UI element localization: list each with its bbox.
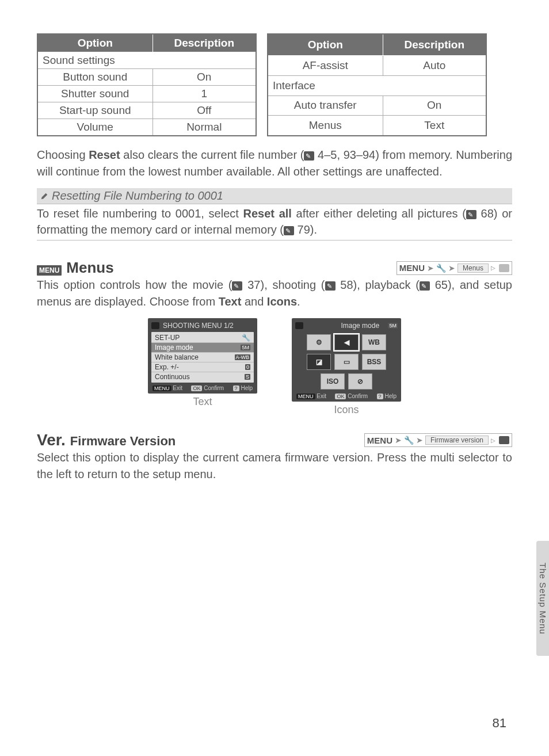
menu-style-examples: SHOOTING MENU 1/2 SET-UP🔧 Image mode5M W… <box>37 318 512 416</box>
icon-cell: ▭ <box>334 354 359 370</box>
tag: S <box>245 374 250 380</box>
triangle-icon: ▷ <box>491 265 495 271</box>
text: 58), playback ( <box>336 278 420 291</box>
row-value: Auto <box>383 56 486 76</box>
text: 79). <box>294 223 317 236</box>
tag: A-WB <box>235 354 251 360</box>
text: . <box>297 295 300 308</box>
help-pill: ? <box>377 394 383 399</box>
row-value: Normal <box>152 119 256 136</box>
note-body: To reset file numbering to 0001, select … <box>37 204 512 240</box>
page-ref-icon <box>420 281 430 291</box>
foot-exit: Exit <box>173 385 182 391</box>
row-value: 1 <box>152 86 256 102</box>
ok-pill: OK <box>191 385 202 391</box>
help-pill: ? <box>233 385 239 391</box>
settings-tables: Option Description Sound settings Button… <box>37 33 512 136</box>
row-value: On <box>152 69 256 86</box>
firmware-breadcrumb: MENU ➤ 🔧 ➤ Firmware version ▷ <box>364 433 512 447</box>
page-ref-icon <box>466 210 476 219</box>
col-description: Description <box>383 34 486 56</box>
tag: 0 <box>245 364 250 370</box>
icons-bold: Icons <box>267 295 297 308</box>
row-label: Auto transfer <box>268 96 383 116</box>
interface-table: Option Description AF-assistAuto Interfa… <box>267 33 487 136</box>
reset-all-bold: Reset all <box>243 207 292 220</box>
row-label: AF-assist <box>268 56 383 76</box>
text: 37), shooting ( <box>242 278 325 291</box>
tag: 5M <box>388 323 398 329</box>
arrow-icon: ➤ <box>448 264 455 273</box>
pencil-icon <box>40 192 48 200</box>
menus-paragraph: This option controls how the movie ( 37)… <box>37 277 512 310</box>
menus-breadcrumb: MENU ➤ 🔧 ➤ Menus ▷ <box>396 261 512 275</box>
reset-paragraph: Choosing Reset also clears the current f… <box>37 147 512 180</box>
note-title: Resetting File Numbering to 0001 <box>37 188 512 204</box>
foot-help: Help <box>241 385 253 391</box>
page-number: 81 <box>493 716 506 731</box>
foot-confirm: Confirm <box>348 393 368 399</box>
crumb-menu: MENU <box>367 436 392 445</box>
wrench-icon: 🔧 <box>242 334 250 342</box>
sound-settings-table: Option Description Sound settings Button… <box>37 33 257 136</box>
menu-item: SET-UP <box>155 334 180 342</box>
row-value: On <box>383 96 486 116</box>
text: after either deleting all pictures ( <box>292 207 466 220</box>
page-ref-icon <box>304 151 314 161</box>
text: and <box>241 295 266 308</box>
menu-item: Continuous <box>155 373 190 381</box>
foot-help: Help <box>384 393 396 399</box>
row-value: Text <box>383 116 486 136</box>
row-value: Off <box>152 102 256 119</box>
crumb-label: Firmware version <box>425 436 489 445</box>
section-interface: Interface <box>268 75 486 96</box>
text: also clears the current file number ( <box>120 148 304 161</box>
crumb-menu: MENU <box>399 263 425 273</box>
menu-end-icon <box>499 264 509 272</box>
icon-cell: ⊘ <box>348 373 372 390</box>
reset-bold: Reset <box>89 148 120 161</box>
firmware-heading: Ver. Firmware Version MENU ➤ 🔧 ➤ Firmwar… <box>37 431 512 449</box>
col-option: Option <box>268 34 383 56</box>
ver-label: Ver. <box>37 431 66 449</box>
camera-icon <box>151 322 159 329</box>
foot-exit: Exit <box>317 393 326 399</box>
menu-badge-icon: MENU <box>37 265 62 276</box>
row-label: Shutter sound <box>37 86 152 102</box>
icon-cell: ⚙ <box>307 334 331 350</box>
col-option: Option <box>37 34 152 52</box>
menu-pill: MENU <box>296 394 315 399</box>
menus-title: Menus <box>66 259 113 277</box>
wrench-icon: 🔧 <box>436 264 446 273</box>
page-ref-icon <box>284 226 294 235</box>
page-ref-icon <box>325 281 336 291</box>
firmware-paragraph: Select this option to display the curren… <box>37 449 512 483</box>
menu-item: White balance <box>155 353 199 361</box>
firmware-title: Firmware Version <box>70 434 176 449</box>
section-sound: Sound settings <box>37 52 256 69</box>
arrow-icon: ➤ <box>416 436 423 445</box>
crumb-label: Menus <box>458 264 489 273</box>
caption-text: Text <box>148 396 257 408</box>
row-label: Volume <box>37 119 152 136</box>
triangle-icon: ▷ <box>491 437 495 444</box>
page-ref-icon <box>232 281 242 291</box>
text: This option controls how the movie ( <box>37 278 232 291</box>
row-label: Menus <box>268 116 383 136</box>
menu-item: Image mode <box>155 343 193 352</box>
wrench-icon: 🔧 <box>404 436 414 445</box>
text: Choosing <box>37 148 89 161</box>
col-description: Description <box>152 34 256 52</box>
menu-item: Exp. +/- <box>155 363 179 371</box>
icon-cell: WB <box>362 334 386 350</box>
foot-confirm: Confirm <box>204 385 224 391</box>
arrow-icon: ➤ <box>395 436 402 445</box>
camera-icon <box>295 322 303 329</box>
icon-cell: BSS <box>362 354 386 370</box>
ok-pill: OK <box>335 394 346 399</box>
row-label: Button sound <box>37 69 152 86</box>
menus-heading: MENU Menus MENU ➤ 🔧 ➤ Menus ▷ <box>37 259 512 277</box>
caption-icons: Icons <box>292 404 401 416</box>
menu-end-icon <box>499 436 509 444</box>
icon-cell: ISO <box>321 373 345 390</box>
